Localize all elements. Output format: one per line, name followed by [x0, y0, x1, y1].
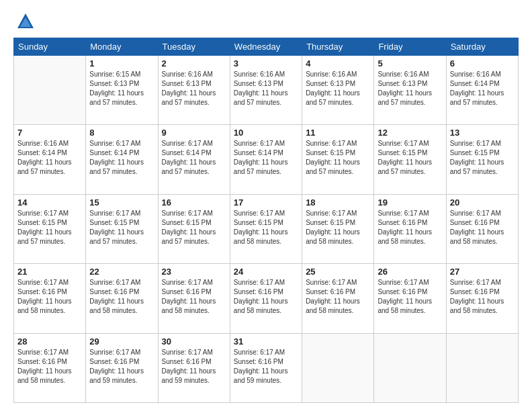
- weekday-header: Friday: [374, 38, 446, 56]
- day-info: Sunrise: 6:17 AMSunset: 6:16 PMDaylight:…: [17, 348, 82, 385]
- day-info: Sunrise: 6:17 AMSunset: 6:16 PMDaylight:…: [306, 278, 370, 316]
- day-info: Sunrise: 6:17 AMSunset: 6:16 PMDaylight:…: [234, 348, 298, 385]
- calendar-cell: [302, 333, 374, 402]
- day-info: Sunrise: 6:16 AMSunset: 6:13 PMDaylight:…: [378, 70, 442, 107]
- day-info: Sunrise: 6:17 AMSunset: 6:16 PMDaylight:…: [17, 278, 82, 316]
- calendar-cell: 22Sunrise: 6:17 AMSunset: 6:16 PMDayligh…: [86, 264, 158, 333]
- day-info: Sunrise: 6:17 AMSunset: 6:14 PMDaylight:…: [162, 139, 226, 177]
- day-info: Sunrise: 6:17 AMSunset: 6:16 PMDaylight:…: [378, 209, 442, 246]
- day-number: 1: [89, 58, 154, 68]
- day-number: 25: [306, 267, 370, 277]
- week-row: 1Sunrise: 6:15 AMSunset: 6:13 PMDaylight…: [14, 56, 519, 125]
- day-number: 29: [89, 336, 154, 347]
- day-number: 31: [234, 336, 298, 347]
- day-info: Sunrise: 6:17 AMSunset: 6:14 PMDaylight:…: [89, 139, 154, 177]
- calendar-cell: [446, 333, 518, 402]
- day-number: 6: [450, 58, 515, 68]
- calendar-cell: [374, 333, 446, 402]
- day-number: 24: [234, 267, 298, 277]
- calendar-cell: 31Sunrise: 6:17 AMSunset: 6:16 PMDayligh…: [230, 333, 302, 402]
- calendar-cell: 11Sunrise: 6:17 AMSunset: 6:15 PMDayligh…: [302, 125, 374, 194]
- week-row: 21Sunrise: 6:17 AMSunset: 6:16 PMDayligh…: [14, 264, 519, 333]
- day-number: 21: [17, 267, 82, 277]
- logo-icon: [16, 12, 35, 31]
- day-number: 3: [234, 58, 298, 68]
- day-info: Sunrise: 6:16 AMSunset: 6:13 PMDaylight:…: [306, 70, 370, 107]
- calendar-cell: 18Sunrise: 6:17 AMSunset: 6:15 PMDayligh…: [302, 194, 374, 263]
- calendar-cell: 30Sunrise: 6:17 AMSunset: 6:16 PMDayligh…: [158, 333, 230, 402]
- day-info: Sunrise: 6:17 AMSunset: 6:16 PMDaylight:…: [89, 278, 154, 316]
- calendar-cell: 27Sunrise: 6:17 AMSunset: 6:16 PMDayligh…: [446, 264, 518, 333]
- day-number: 26: [378, 267, 442, 277]
- calendar-cell: 10Sunrise: 6:17 AMSunset: 6:14 PMDayligh…: [230, 125, 302, 194]
- day-info: Sunrise: 6:17 AMSunset: 6:16 PMDaylight:…: [378, 278, 442, 316]
- logo: [13, 12, 35, 31]
- day-info: Sunrise: 6:17 AMSunset: 6:15 PMDaylight:…: [89, 209, 154, 246]
- day-info: Sunrise: 6:17 AMSunset: 6:15 PMDaylight:…: [378, 139, 442, 177]
- weekday-header: Thursday: [302, 38, 374, 56]
- calendar-cell: 7Sunrise: 6:16 AMSunset: 6:14 PMDaylight…: [14, 125, 86, 194]
- day-info: Sunrise: 6:17 AMSunset: 6:16 PMDaylight:…: [450, 278, 515, 316]
- day-number: 23: [162, 267, 226, 277]
- day-number: 20: [450, 197, 515, 208]
- calendar-cell: 26Sunrise: 6:17 AMSunset: 6:16 PMDayligh…: [374, 264, 446, 333]
- week-row: 28Sunrise: 6:17 AMSunset: 6:16 PMDayligh…: [14, 333, 519, 402]
- day-number: 18: [306, 197, 370, 208]
- calendar-cell: 21Sunrise: 6:17 AMSunset: 6:16 PMDayligh…: [14, 264, 86, 333]
- day-info: Sunrise: 6:17 AMSunset: 6:15 PMDaylight:…: [450, 139, 515, 177]
- calendar-cell: 4Sunrise: 6:16 AMSunset: 6:13 PMDaylight…: [302, 56, 374, 125]
- day-info: Sunrise: 6:17 AMSunset: 6:15 PMDaylight:…: [17, 209, 82, 246]
- page: SundayMondayTuesdayWednesdayThursdayFrid…: [0, 0, 532, 411]
- day-info: Sunrise: 6:17 AMSunset: 6:15 PMDaylight:…: [234, 209, 298, 246]
- day-info: Sunrise: 6:17 AMSunset: 6:15 PMDaylight:…: [162, 209, 226, 246]
- day-number: 7: [17, 128, 82, 138]
- day-info: Sunrise: 6:15 AMSunset: 6:13 PMDaylight:…: [89, 70, 154, 107]
- day-number: 9: [162, 128, 226, 138]
- calendar-cell: 2Sunrise: 6:16 AMSunset: 6:13 PMDaylight…: [158, 56, 230, 125]
- calendar-cell: 3Sunrise: 6:16 AMSunset: 6:13 PMDaylight…: [230, 56, 302, 125]
- calendar-cell: 24Sunrise: 6:17 AMSunset: 6:16 PMDayligh…: [230, 264, 302, 333]
- calendar-cell: 6Sunrise: 6:16 AMSunset: 6:14 PMDaylight…: [446, 56, 518, 125]
- day-number: 4: [306, 58, 370, 68]
- day-info: Sunrise: 6:17 AMSunset: 6:15 PMDaylight:…: [306, 209, 370, 246]
- day-number: 27: [450, 267, 515, 277]
- calendar-cell: 13Sunrise: 6:17 AMSunset: 6:15 PMDayligh…: [446, 125, 518, 194]
- day-number: 16: [162, 197, 226, 208]
- day-number: 5: [378, 58, 442, 68]
- calendar-cell: [14, 56, 86, 125]
- day-info: Sunrise: 6:17 AMSunset: 6:15 PMDaylight:…: [306, 139, 370, 177]
- day-info: Sunrise: 6:17 AMSunset: 6:16 PMDaylight:…: [162, 278, 226, 316]
- day-info: Sunrise: 6:17 AMSunset: 6:14 PMDaylight:…: [234, 139, 298, 177]
- day-number: 12: [378, 128, 442, 138]
- calendar-cell: 19Sunrise: 6:17 AMSunset: 6:16 PMDayligh…: [374, 194, 446, 263]
- day-info: Sunrise: 6:16 AMSunset: 6:14 PMDaylight:…: [17, 139, 82, 177]
- day-info: Sunrise: 6:17 AMSunset: 6:16 PMDaylight:…: [234, 278, 298, 316]
- day-number: 30: [162, 336, 226, 347]
- day-number: 28: [17, 336, 82, 347]
- day-info: Sunrise: 6:16 AMSunset: 6:13 PMDaylight:…: [162, 70, 226, 107]
- weekday-header: Monday: [86, 38, 158, 56]
- calendar-cell: 12Sunrise: 6:17 AMSunset: 6:15 PMDayligh…: [374, 125, 446, 194]
- calendar-cell: 20Sunrise: 6:17 AMSunset: 6:16 PMDayligh…: [446, 194, 518, 263]
- weekday-header: Sunday: [14, 38, 86, 56]
- day-number: 8: [89, 128, 154, 138]
- calendar-cell: 5Sunrise: 6:16 AMSunset: 6:13 PMDaylight…: [374, 56, 446, 125]
- day-number: 19: [378, 197, 442, 208]
- day-info: Sunrise: 6:17 AMSunset: 6:16 PMDaylight:…: [450, 209, 515, 246]
- weekday-header: Tuesday: [158, 38, 230, 56]
- calendar-cell: 16Sunrise: 6:17 AMSunset: 6:15 PMDayligh…: [158, 194, 230, 263]
- day-number: 15: [89, 197, 154, 208]
- calendar-cell: 8Sunrise: 6:17 AMSunset: 6:14 PMDaylight…: [86, 125, 158, 194]
- calendar-cell: 15Sunrise: 6:17 AMSunset: 6:15 PMDayligh…: [86, 194, 158, 263]
- calendar-cell: 23Sunrise: 6:17 AMSunset: 6:16 PMDayligh…: [158, 264, 230, 333]
- day-number: 14: [17, 197, 82, 208]
- day-number: 22: [89, 267, 154, 277]
- calendar-cell: 14Sunrise: 6:17 AMSunset: 6:15 PMDayligh…: [14, 194, 86, 263]
- calendar-cell: 29Sunrise: 6:17 AMSunset: 6:16 PMDayligh…: [86, 333, 158, 402]
- header: [13, 12, 519, 31]
- calendar-cell: 9Sunrise: 6:17 AMSunset: 6:14 PMDaylight…: [158, 125, 230, 194]
- day-number: 10: [234, 128, 298, 138]
- calendar-cell: 25Sunrise: 6:17 AMSunset: 6:16 PMDayligh…: [302, 264, 374, 333]
- day-number: 13: [450, 128, 515, 138]
- day-info: Sunrise: 6:17 AMSunset: 6:16 PMDaylight:…: [162, 348, 226, 385]
